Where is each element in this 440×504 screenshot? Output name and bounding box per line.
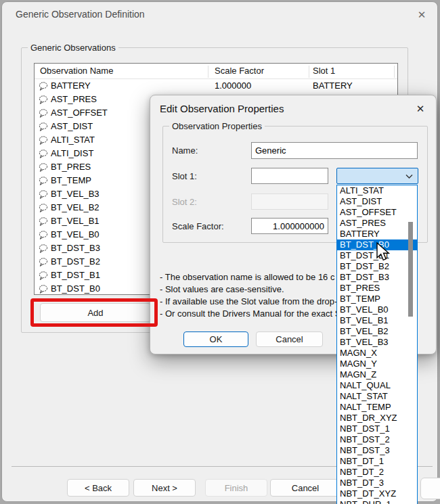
row-observation-name: BT_VEL_B2 [51, 202, 100, 212]
note-line-4: - Or consult the Drivers Manual for the … [160, 308, 340, 319]
dropdown-scrollbar-thumb[interactable] [408, 222, 413, 317]
chevron-down-icon [405, 174, 413, 179]
dropdown-item[interactable]: BT_PRES [337, 283, 417, 294]
dropdown-item[interactable]: AST_DIST [337, 196, 417, 207]
observation-balloon-icon [39, 95, 48, 105]
row-observation-name: AST_DIST [51, 121, 93, 131]
generic-observation-definition-window: Generic Observation Definition ✕ Generic… [1, 1, 438, 502]
observation-balloon-icon [39, 163, 48, 173]
row-scale-factor: 1.000000 [215, 81, 251, 91]
row-observation-name: BT_DST_B3 [51, 243, 100, 253]
row-observation-name: BT_DST_B1 [51, 270, 100, 280]
row-observation-name: ALTI_DIST [51, 148, 93, 158]
dropdown-item[interactable]: NBT_DT_3 [337, 478, 417, 488]
slot1-label: Slot 1: [172, 171, 197, 181]
dialog-title: Edit Observation Properties [160, 103, 284, 114]
dropdown-item[interactable]: MAGN_Y [337, 359, 417, 369]
column-header-scale-factor: Scale Factor [215, 66, 264, 76]
dropdown-item[interactable]: BT_DST_B3 [337, 272, 417, 283]
dialog-cancel-button[interactable]: Cancel [256, 331, 323, 347]
generic-observations-group-label: Generic Observations [28, 43, 118, 53]
observation-table-header: Observation Name Scale Factor Slot 1 [35, 64, 397, 79]
observation-balloon-icon [39, 204, 48, 213]
row-observation-name: BT_VEL_B3 [51, 189, 100, 199]
mouse-cursor [376, 242, 392, 265]
dropdown-item[interactable]: NBT_DR_XYZ [337, 413, 417, 423]
dropdown-item[interactable]: AST_PRES [337, 218, 417, 229]
observation-balloon-icon [39, 271, 48, 281]
dropdown-item[interactable]: BT_VEL_B2 [337, 326, 417, 337]
slot1-field[interactable] [251, 168, 328, 184]
dropdown-item[interactable]: BATTERY [337, 229, 417, 239]
dropdown-item[interactable]: ALTI_STAT [337, 185, 417, 196]
next-button[interactable]: Next > [133, 479, 196, 497]
name-label: Name: [172, 145, 198, 156]
column-divider [208, 66, 208, 78]
name-field[interactable] [251, 142, 418, 159]
observation-balloon-icon [39, 136, 48, 145]
observation-balloon-icon [39, 177, 48, 186]
observation-balloon-icon [39, 82, 48, 91]
column-header-observation-name: Observation Name [40, 66, 113, 76]
red-highlight-annotation [30, 298, 158, 327]
column-divider [309, 66, 309, 78]
observation-balloon-icon [39, 231, 48, 240]
row-observation-name: AST_PRES [51, 94, 97, 104]
dropdown-item[interactable]: BT_VEL_B1 [337, 315, 417, 326]
window-title: Generic Observation Definition [16, 9, 145, 20]
dropdown-item[interactable]: BT_VEL_B3 [337, 337, 417, 348]
table-row[interactable]: BATTERY 1.000000 BATTERY [35, 79, 397, 93]
dropdown-item[interactable]: BT_VEL_B0 [337, 304, 417, 315]
column-divider [394, 66, 395, 78]
observation-balloon-icon [39, 190, 48, 200]
dropdown-item[interactable]: BT_TEMP [337, 294, 417, 304]
row-slot1: BATTERY [313, 81, 353, 91]
ok-button[interactable]: OK [183, 331, 248, 347]
observation-balloon-icon [39, 285, 48, 294]
note-line-1: - The observation name is allowed to be … [160, 272, 334, 282]
observation-balloon-icon [39, 217, 48, 227]
slot1-combobox[interactable] [336, 168, 418, 184]
row-observation-name: BT_PRES [51, 162, 91, 172]
observation-balloon-icon [39, 122, 48, 132]
dropdown-item[interactable]: MAGN_Z [337, 369, 417, 380]
dropdown-item[interactable]: NBT_DST_1 [337, 423, 417, 434]
dropdown-item[interactable]: NBT_DT_1 [337, 456, 417, 467]
cancel-button[interactable]: Cancel [270, 479, 340, 497]
note-line-3: - If available use the Slot value from t… [160, 296, 337, 306]
row-observation-name: BT_VEL_B1 [51, 216, 100, 226]
dropdown-item[interactable]: MAGN_X [337, 348, 417, 359]
observation-balloon-icon [39, 258, 48, 267]
slot1-dropdown-list: ALTI_STATAST_DISTAST_OFFSETAST_PRESBATTE… [336, 185, 418, 504]
dropdown-item[interactable]: NBT_DST_3 [337, 445, 417, 456]
scale-factor-field[interactable] [251, 218, 328, 234]
dropdown-item[interactable]: NBT_DUR_1 [337, 499, 417, 504]
observation-properties-group-label: Observation Properties [169, 121, 265, 131]
finish-button: Finish [205, 479, 267, 497]
dropdown-item[interactable]: AST_OFFSET [337, 207, 417, 218]
row-observation-name: BT_TEMP [51, 175, 91, 185]
partially-visible-button[interactable] [420, 478, 440, 499]
dropdown-item[interactable]: NALT_TEMP [337, 402, 417, 413]
note-line-2: - Slot values are case-sensitive. [160, 284, 284, 294]
dropdown-item[interactable]: NALT_QUAL [337, 380, 417, 391]
dialog-close-icon[interactable]: ✕ [412, 101, 429, 117]
row-observation-name: ALTI_STAT [51, 135, 95, 145]
row-observation-name: BT_DST_B0 [51, 283, 100, 294]
dropdown-item[interactable]: NALT_STAT [337, 391, 417, 402]
row-observation-name: BATTERY [51, 81, 91, 91]
row-observation-name: BT_DST_B2 [51, 256, 100, 267]
dropdown-item[interactable]: NBT_DT_XYZ [337, 488, 417, 499]
observation-balloon-icon [39, 150, 48, 159]
scale-factor-label: Scale Factor: [172, 221, 224, 231]
dropdown-item[interactable]: NBT_DT_2 [337, 467, 417, 478]
row-observation-name: AST_OFFSET [51, 108, 108, 118]
close-icon[interactable]: ✕ [412, 6, 431, 24]
back-button[interactable]: < Back [67, 479, 129, 497]
observation-balloon-icon [39, 244, 48, 254]
observation-balloon-icon [39, 109, 48, 118]
slot2-label: Slot 2: [172, 197, 197, 207]
row-observation-name: BT_VEL_B0 [51, 229, 100, 239]
column-header-slot1: Slot 1 [313, 66, 335, 76]
dropdown-item[interactable]: NBT_DST_2 [337, 434, 417, 445]
